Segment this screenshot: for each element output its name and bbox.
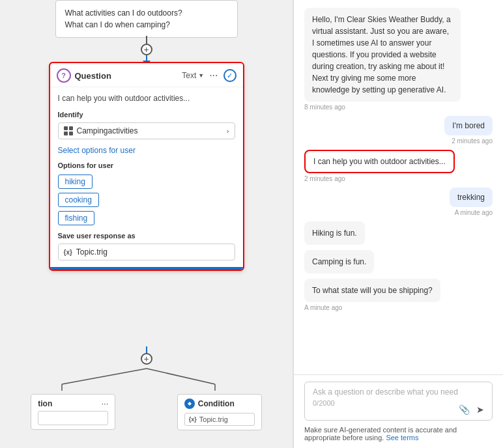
card-body: I can help you with outdoor activities..…	[50, 87, 243, 267]
option-chip-hiking[interactable]: hiking	[58, 175, 93, 189]
option-chip-cooking[interactable]: cooking	[58, 193, 99, 207]
bot-message-4: Camping is fun.	[304, 250, 374, 273]
msg-time-user-2: A minute ago	[450, 209, 493, 216]
bubble-bot-4: Camping is fun.	[304, 250, 374, 273]
bottom-node-right-content: {x} Topic.trig	[184, 413, 255, 426]
select-options-link[interactable]: Select options for user	[58, 146, 235, 155]
bottom-connector: +	[141, 353, 152, 365]
chevron-right-icon: ›	[227, 127, 229, 135]
bottom-node-left-more[interactable]: ···	[101, 399, 108, 408]
bubble-bot-1: Hello, I'm Clear Skies Weather Buddy, a …	[304, 8, 461, 102]
condition-svg	[186, 400, 193, 407]
bottom-node-left-header: tion ···	[38, 399, 108, 408]
msg-time-user-1: 2 minutes ago	[444, 137, 493, 145]
top-node-line1: What activities can I do outdoors?	[65, 7, 228, 19]
chat-messages: Hello, I'm Clear Skies Weather Buddy, a …	[294, 0, 503, 374]
bottom-node-left-title: tion	[38, 399, 52, 408]
bubble-highlighted-1: I can help you with outdoor activities..…	[304, 150, 455, 173]
canvas-panel: What activities can I do outdoors? What …	[0, 0, 293, 448]
bottom-node-left: tion ···	[31, 394, 115, 430]
top-node-line2: What can I do when camping?	[65, 19, 228, 31]
card-header: ? Question Text ▼ ··· ✓	[50, 63, 243, 87]
identify-row-left: Campingactivities	[64, 126, 138, 135]
check-circle-icon: ✓	[223, 69, 237, 82]
bottom-node-right-header: Condition	[184, 399, 255, 409]
disclaimer-text: Make sure AI-generated content is accura…	[304, 426, 457, 441]
card-header-left: ? Question	[57, 68, 111, 83]
identify-label: Identify	[58, 111, 235, 119]
bot-message-3: Hiking is fun.	[304, 221, 365, 245]
options-label: Options for user	[58, 161, 235, 169]
message-preview: I can help you with outdoor activities..…	[58, 94, 235, 103]
var-icon-small: {x}	[189, 416, 197, 423]
chat-input-area[interactable]: Ask a question or describe what you need…	[304, 382, 493, 421]
disclaimer-link[interactable]: See terms	[386, 434, 418, 441]
grid-icon	[64, 126, 73, 135]
card-title: Question	[75, 71, 111, 81]
top-node: What activities can I do outdoors? What …	[55, 0, 238, 38]
question-icon: ?	[57, 68, 71, 83]
msg-time-highlighted: 2 minutes ago	[304, 175, 455, 182]
connector-line-v1	[146, 36, 147, 44]
condition-icon	[184, 399, 195, 409]
msg-time-5: A minute ago	[304, 304, 440, 311]
msg-time-1: 8 minutes ago	[304, 104, 461, 111]
bubble-bot-5: To what state will you be shipping?	[304, 279, 440, 302]
text-type-label: Text	[182, 71, 196, 80]
chat-panel: Hello, I'm Clear Skies Weather Buddy, a …	[293, 0, 503, 448]
bottom-node-right-title: Condition	[198, 399, 235, 408]
disclaimer: Make sure AI-generated content is accura…	[304, 426, 493, 441]
more-options-button[interactable]: ···	[208, 70, 219, 81]
user-message-1: I'm bored 2 minutes ago	[444, 116, 493, 145]
option-chip-fishing[interactable]: fishing	[58, 211, 95, 225]
save-input[interactable]: {x} Topic.trig	[58, 244, 235, 260]
save-input-value: Topic.trig	[76, 247, 108, 257]
bubble-bot-3: Hiking is fun.	[304, 221, 365, 245]
bottom-node-left-content	[38, 411, 108, 425]
svg-line-3	[62, 369, 147, 384]
bot-message-highlighted: I can help you with outdoor activities..…	[304, 150, 455, 182]
user-message-2: trekking A minute ago	[450, 188, 493, 216]
identify-value: Campingactivities	[77, 126, 138, 135]
bot-message-5: To what state will you be shipping? A mi…	[304, 279, 440, 311]
bottom-node-right: Condition {x} Topic.trig	[177, 394, 262, 430]
bottom-row: tion ··· Condition {x} Topic.trig	[0, 386, 293, 448]
bubble-user-1: I'm bored	[444, 116, 493, 135]
chevron-down-icon: ▼	[198, 72, 204, 79]
bottom-node-right-value: Topic.trig	[199, 415, 228, 423]
svg-line-4	[147, 369, 215, 384]
chat-placeholder: Ask a question or describe what you need	[313, 387, 484, 397]
card-accent-bar	[50, 267, 243, 270]
save-response-label: Save user response as	[58, 232, 235, 240]
question-card: ? Question Text ▼ ··· ✓ I can help you w…	[49, 62, 244, 271]
chat-footer: Ask a question or describe what you need…	[294, 374, 503, 448]
bubble-user-2: trekking	[450, 188, 493, 207]
attach-icon[interactable]: 📎	[459, 404, 470, 415]
add-node-bottom-button[interactable]: +	[141, 353, 152, 365]
chat-actions: 📎 ➤	[459, 404, 484, 415]
send-icon[interactable]: ➤	[476, 404, 484, 415]
bot-message-1: Hello, I'm Clear Skies Weather Buddy, a …	[304, 8, 461, 111]
add-node-button[interactable]: +	[141, 44, 152, 55]
var-icon: {x}	[64, 249, 72, 256]
text-type-dropdown[interactable]: Text ▼	[182, 71, 204, 80]
card-header-right: Text ▼ ··· ✓	[182, 69, 236, 82]
connector-line-v2	[146, 55, 147, 61]
identify-row[interactable]: Campingactivities ›	[58, 122, 235, 139]
